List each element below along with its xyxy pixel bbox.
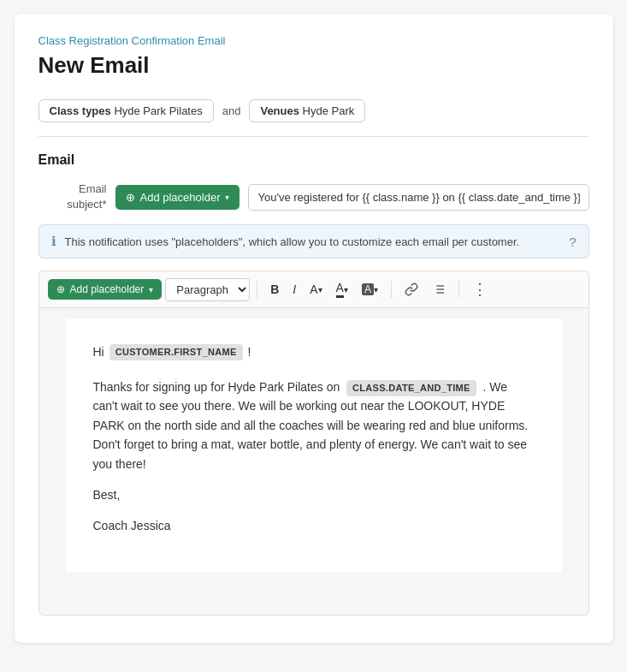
email-subject-row: Emailsubject* ⊕ Add placeholder ▾	[38, 181, 589, 212]
toolbar-divider-2	[391, 281, 392, 298]
filters-row: Class types Hyde Park Pilates and Venues…	[38, 99, 589, 137]
add-placeholder-subject-label: Add placeholder	[140, 191, 221, 204]
toolbar-divider-3	[458, 281, 459, 298]
subject-label: Emailsubject*	[38, 181, 107, 212]
editor-toolbar: ⊕ Add placeholder ▾ Paragraph B I A ▾ A …	[38, 271, 589, 307]
list-button[interactable]	[426, 279, 452, 300]
add-placeholder-body-label: Add placeholder	[70, 283, 145, 295]
class-date-placeholder: CLASS.DATE_AND_TIME	[346, 380, 476, 397]
customer-first-name-placeholder: CUSTOMER.FIRST_NAME	[109, 344, 243, 361]
class-types-value: Hyde Park Pilates	[114, 104, 202, 117]
greeting-hi: Hi	[93, 342, 104, 361]
email-subject-input[interactable]	[248, 184, 589, 211]
email-paragraph-1: Thanks for signing up for Hyde Park Pila…	[93, 378, 535, 473]
chevron-down-body-icon: ▾	[149, 285, 153, 294]
venues-filter[interactable]: Venues Hyde Park	[249, 99, 365, 122]
paragraph-select[interactable]: Paragraph	[165, 278, 250, 301]
link-button[interactable]	[399, 279, 424, 300]
para1-text: Thanks for signing up for Hyde Park Pila…	[93, 380, 340, 394]
more-options-button[interactable]: ⋮	[466, 277, 494, 302]
font-color-button[interactable]: A ▾	[330, 278, 354, 300]
section-label: Email	[38, 152, 589, 168]
filter-and-text: and	[222, 104, 241, 117]
venues-label: Venues	[260, 104, 299, 117]
bold-button[interactable]: B	[264, 279, 285, 300]
insert-group	[399, 279, 452, 300]
email-signature: Coach Jessica	[93, 516, 535, 535]
info-banner: ℹ This notification uses "placeholders",…	[38, 224, 589, 259]
info-icon: ℹ	[51, 234, 56, 249]
info-banner-text: This notification uses "placeholders", w…	[65, 235, 520, 248]
class-types-label: Class types	[50, 104, 111, 117]
plus-icon: ⊕	[126, 191, 135, 204]
font-size-button[interactable]: A ▾	[304, 279, 328, 300]
plus-icon-body: ⊕	[56, 283, 65, 295]
help-icon[interactable]: ?	[569, 235, 576, 249]
toolbar-divider-1	[257, 281, 257, 298]
breadcrumb[interactable]: Class Registration Confirmation Email	[38, 34, 589, 47]
chevron-down-icon: ▾	[225, 193, 229, 202]
class-types-filter[interactable]: Class types Hyde Park Pilates	[38, 99, 214, 122]
add-placeholder-body-button[interactable]: ⊕ Add placeholder ▾	[48, 279, 163, 300]
email-greeting: Hi CUSTOMER.FIRST_NAME !	[93, 342, 535, 361]
greeting-exclaim: !	[248, 342, 251, 361]
email-preview: Hi CUSTOMER.FIRST_NAME ! Thanks for sign…	[66, 318, 562, 571]
highlight-button[interactable]: A ▾	[356, 280, 384, 299]
format-group: B I A ▾ A ▾ A ▾	[264, 278, 384, 300]
page-title: New Email	[38, 52, 589, 79]
venues-value: Hyde Park	[303, 104, 355, 117]
editor-area[interactable]: Hi CUSTOMER.FIRST_NAME ! Thanks for sign…	[38, 307, 589, 616]
email-sign-off: Best,	[93, 485, 535, 504]
main-card: Class Registration Confirmation Email Ne…	[15, 14, 613, 643]
italic-button[interactable]: I	[287, 279, 302, 300]
add-placeholder-subject-button[interactable]: ⊕ Add placeholder ▾	[115, 185, 240, 210]
